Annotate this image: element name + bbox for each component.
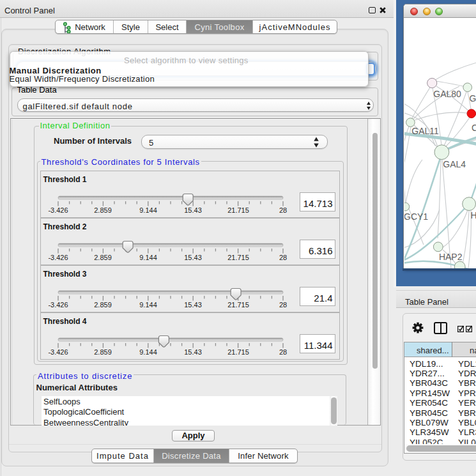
svg-text:GA: GA bbox=[470, 93, 476, 104]
svg-text:GAL80: GAL80 bbox=[433, 89, 461, 99]
svg-text:HAP2: HAP2 bbox=[439, 252, 463, 262]
svg-text:GCY1: GCY1 bbox=[404, 211, 428, 222]
svg-text:C: C bbox=[472, 123, 476, 133]
svg-text:H: H bbox=[471, 210, 476, 220]
svg-text:GAL4: GAL4 bbox=[443, 159, 466, 169]
svg-text:GAL11: GAL11 bbox=[411, 126, 439, 136]
